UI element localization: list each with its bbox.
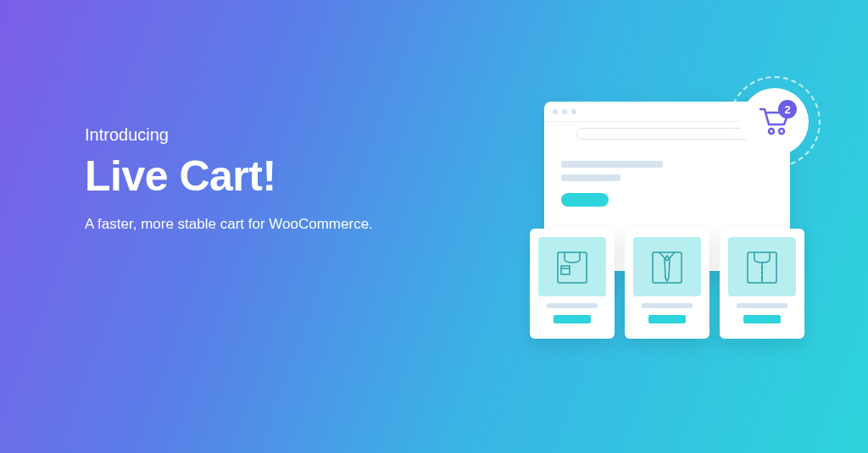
card-button [554,315,591,323]
window-dot [571,109,576,114]
product-image [538,237,606,296]
svg-point-10 [761,277,763,279]
shirt-pocket-icon [553,247,592,286]
placeholder-line [547,303,598,308]
placeholder-line [561,174,620,181]
cart-circle: 2 [741,88,809,156]
hero-title: Live Cart! [85,152,373,201]
window-dot [553,109,558,114]
placeholder-line [561,161,663,168]
product-cards [519,229,815,339]
svg-point-0 [769,129,774,134]
cart-badge-ring: 2 [729,76,821,168]
hero-text: Introducing Live Cart! A faster, more st… [85,125,373,233]
product-image [728,237,796,296]
shirt-tie-icon [648,247,687,286]
product-image [633,237,701,296]
hero-illustration: 2 [519,76,815,339]
svg-rect-2 [558,252,587,283]
placeholder-line [737,303,787,308]
hero-small-heading: Introducing [85,125,373,145]
product-card [530,229,615,339]
product-card [720,229,804,339]
window-dot [562,109,567,114]
svg-rect-5 [653,252,682,283]
svg-point-1 [779,129,784,134]
card-button [743,315,781,323]
shirt-buttons-icon [743,247,782,286]
svg-rect-3 [561,266,570,274]
svg-point-9 [761,272,763,273]
placeholder-line [642,303,693,308]
svg-point-8 [761,267,763,268]
product-card [625,229,709,339]
card-button [648,315,686,323]
hero-subtitle: A faster, more stable cart for WooCommer… [85,216,373,233]
cart-count-badge: 2 [778,100,797,119]
cta-pill [561,193,609,207]
nav-spacer [556,130,568,138]
